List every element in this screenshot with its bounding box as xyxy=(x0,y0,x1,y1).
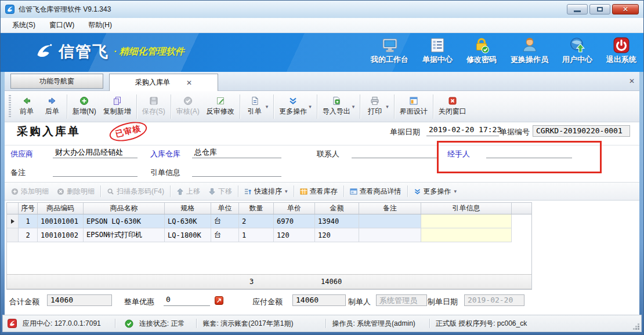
button-label: 审核(A) xyxy=(176,107,200,116)
banner-action-document-center[interactable]: 单据中心 xyxy=(422,37,453,65)
button-label: 反审修改 xyxy=(207,107,234,116)
cell-name[interactable]: EPSON针式打印机 xyxy=(84,228,165,242)
column-header-seq[interactable]: 序号 xyxy=(19,203,38,214)
tabstrip-close-icon[interactable]: ✕ xyxy=(629,77,635,85)
status-connection: 连接状态: 正常 xyxy=(139,319,185,329)
column-header-amount[interactable]: 金额 xyxy=(315,203,359,214)
copy-new-button[interactable]: 复制新增 xyxy=(100,95,135,118)
minimize-button[interactable] xyxy=(567,4,588,14)
titlebar[interactable]: 信管飞仓库管理软件 V9.1.343 ✕ xyxy=(1,1,643,18)
tab-close-icon[interactable]: ✕ xyxy=(186,79,192,87)
cell-price[interactable]: 120 xyxy=(274,228,315,242)
items-table: 序号 商品编码 商品名称 规格 单位 数量 单价 金额 备注 引单信息 1 10… xyxy=(6,202,532,290)
make-date-field: 2019-02-20 xyxy=(464,294,524,306)
view-product-details-button[interactable]: 查看商品详情 xyxy=(346,185,406,198)
status-account: 账套: 演示账套(2017年第1期) xyxy=(202,319,293,329)
banner-action-user-center[interactable]: 用户中心 xyxy=(562,37,592,65)
column-header-unit[interactable]: 单位 xyxy=(211,203,239,214)
next-doc-button[interactable]: 后单 xyxy=(39,95,65,118)
button-label: 下移 xyxy=(218,187,232,196)
close-window-button[interactable]: 关闭窗口 xyxy=(435,95,470,118)
toolbar-grip[interactable] xyxy=(9,95,11,118)
menu-help[interactable]: 帮助(H) xyxy=(81,19,119,32)
cell-remark[interactable] xyxy=(359,228,421,242)
double-chevron-icon xyxy=(414,188,421,195)
cell-remark[interactable] xyxy=(359,214,421,228)
discount-action-button[interactable] xyxy=(215,296,223,305)
approve-button: 审核(A) xyxy=(173,95,203,118)
column-header-qty[interactable]: 数量 xyxy=(239,203,274,214)
column-header-price[interactable]: 单价 xyxy=(274,203,315,214)
cell-seq[interactable]: 1 xyxy=(19,214,38,228)
close-red-icon xyxy=(448,96,457,105)
column-header-name[interactable]: 商品名称 xyxy=(84,203,165,214)
column-header-remark[interactable]: 备注 xyxy=(359,203,421,214)
supplier-label: 供应商 xyxy=(10,149,33,159)
toolbar-separator xyxy=(238,185,238,197)
doc-date-label: 单据日期 xyxy=(390,127,420,137)
cell-unit[interactable]: 台 xyxy=(211,214,239,228)
window-title: 信管飞仓库管理软件 V9.1.343 xyxy=(19,5,111,14)
ui-design-button[interactable]: 界面设计 xyxy=(396,95,431,118)
column-header-ref[interactable]: 引单信息 xyxy=(421,203,512,214)
chevron-down-icon: ▾ xyxy=(386,104,389,110)
ref-info-field[interactable] xyxy=(192,166,281,177)
chevron-down-icon: ▾ xyxy=(309,104,312,110)
cell-qty[interactable]: 2 xyxy=(239,214,274,228)
warehouse-field[interactable]: 总仓库 xyxy=(192,147,281,158)
cell-ref[interactable] xyxy=(421,214,512,228)
table-summary-row: 3 14060 xyxy=(7,274,531,289)
status-app-center: 应用中心: 127.0.0.1:7091 xyxy=(23,319,101,329)
cell-ref[interactable] xyxy=(421,228,512,242)
chevron-down-icon: ▾ xyxy=(454,188,457,194)
more-actions-button[interactable]: 更多操作 ▾ xyxy=(276,95,315,118)
column-header-code[interactable]: 商品编码 xyxy=(38,203,84,214)
resize-grip[interactable] xyxy=(638,328,639,330)
cell-amount[interactable]: 13940 xyxy=(315,214,359,228)
cell-spec[interactable]: LQ-1800K xyxy=(165,228,211,242)
cell-code[interactable]: 100101002 xyxy=(38,228,84,242)
contact-field[interactable] xyxy=(352,147,438,158)
check-circle-icon xyxy=(183,96,193,105)
cell-code[interactable]: 100101001 xyxy=(38,214,84,228)
view-stock-button[interactable]: 查看库存 xyxy=(296,185,342,198)
cell-amount[interactable]: 120 xyxy=(315,228,359,242)
menu-window[interactable]: 窗口(W) xyxy=(42,19,81,32)
unapprove-edit-button[interactable]: 反审修改 xyxy=(203,95,238,118)
detail-more-actions-button[interactable]: 更多操作 ▾ xyxy=(410,185,461,198)
tab-purchase-inbound[interactable]: 采购入库单 ✕ xyxy=(109,74,218,91)
quick-sort-button[interactable]: 快速排序 ▾ xyxy=(240,185,292,198)
doc-date-field[interactable]: 2019-02-20 17:23 xyxy=(426,125,499,136)
maximize-button[interactable] xyxy=(589,4,610,14)
monitor-icon xyxy=(381,37,399,54)
cell-spec[interactable]: LQ-630K xyxy=(165,214,211,228)
tab-navigation[interactable]: 功能导航窗 xyxy=(10,74,103,89)
close-button[interactable]: ✕ xyxy=(612,4,639,14)
banner-action-exit-system[interactable]: 退出系统 xyxy=(606,37,636,65)
pull-doc-button[interactable]: 引单 ▾ xyxy=(242,95,272,118)
table-row[interactable]: 1 100101001 EPSON LQ-630K LQ-630K 台 2 69… xyxy=(7,214,531,228)
table-row[interactable]: 2 100101002 EPSON针式打印机 LQ-1800K 台 1 120 … xyxy=(7,228,531,242)
banner-action-change-password[interactable]: 修改密码 xyxy=(466,37,497,65)
cell-seq[interactable]: 2 xyxy=(19,228,38,242)
cell-price[interactable]: 6970 xyxy=(274,214,315,228)
banner-action-switch-operator[interactable]: 更换操作员 xyxy=(511,37,548,65)
new-button[interactable]: 新增(N) xyxy=(69,95,100,118)
discount-field[interactable]: 0 xyxy=(164,295,210,306)
toolbar-separator xyxy=(100,185,101,197)
cell-unit[interactable]: 台 xyxy=(211,228,239,242)
prev-doc-button[interactable]: 前单 xyxy=(14,95,39,118)
remark-label: 备注 xyxy=(10,168,26,178)
import-export-button[interactable]: 导入导出 ▾ xyxy=(319,95,359,118)
print-button[interactable]: 打印 ▾ xyxy=(362,95,392,118)
payable-amount-label: 应付金额 xyxy=(252,297,283,307)
cell-qty[interactable]: 1 xyxy=(239,228,274,242)
menu-system[interactable]: 系统(S) xyxy=(5,19,42,32)
remark-field[interactable] xyxy=(53,166,138,177)
column-header-spec[interactable]: 规格 xyxy=(165,203,211,214)
contact-label: 联系人 xyxy=(317,149,339,159)
banner-action-my-workspace[interactable]: 我的工作台 xyxy=(371,37,408,65)
add-row-button: 添加明细 xyxy=(7,185,53,198)
supplier-field[interactable]: 财大办公用品经销处 xyxy=(53,147,138,158)
cell-name[interactable]: EPSON LQ-630K xyxy=(84,214,165,228)
